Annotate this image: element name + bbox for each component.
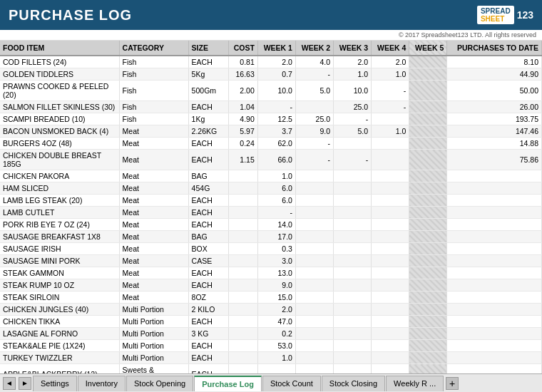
tab-settings[interactable]: Settings — [33, 376, 77, 391]
table-cell — [334, 207, 372, 219]
table-cell — [372, 364, 409, 374]
table-cell — [372, 113, 409, 125]
table-cell — [334, 195, 372, 207]
table-cell: EACH — [188, 207, 228, 219]
table-cell — [228, 352, 257, 364]
table-cell: Meat — [119, 207, 188, 219]
table-cell — [372, 182, 409, 195]
table-cell — [334, 267, 372, 279]
table-row: CHICKEN TIKKAMulti PortionEACH47.0 — [0, 316, 542, 328]
table-cell: Multi Portion — [119, 304, 188, 316]
table-cell: 3 KG — [188, 328, 228, 340]
table-cell: 0.2 — [257, 328, 295, 340]
table-cell: 3.0 — [257, 255, 295, 267]
tab-nav-prev[interactable]: ◄ — [3, 377, 16, 390]
table-cell: Multi Portion — [119, 316, 188, 328]
table-cell: 2 KILO — [188, 304, 228, 316]
tab-inventory[interactable]: Inventory — [78, 376, 126, 391]
table-cell: Meat — [119, 231, 188, 243]
table-cell: 1.0 — [257, 352, 295, 364]
table-cell — [372, 231, 409, 243]
table-cell — [334, 170, 372, 182]
tab-weekly-r[interactable]: Weekly R ... — [386, 376, 444, 391]
table-cell — [372, 150, 409, 170]
table-cell: EACH — [188, 352, 228, 364]
logo-box: SPREAD SHEET — [477, 6, 514, 24]
table-cell: SALMON FILLET SKINLESS (30) — [0, 101, 119, 113]
table-cell: BAG — [188, 231, 228, 243]
table-cell: - — [295, 138, 333, 150]
table-cell — [409, 328, 447, 340]
table-container[interactable]: FOOD ITEM CATEGORY SIZE COST WEEK 1 WEEK… — [0, 41, 542, 373]
table-cell — [334, 352, 372, 364]
table-cell: Meat — [119, 255, 188, 267]
table-cell: STEAK RUMP 10 OZ — [0, 279, 119, 292]
table-cell: BOX — [188, 243, 228, 255]
table-cell: EACH — [188, 316, 228, 328]
table-cell: - — [334, 113, 372, 125]
table-cell — [447, 316, 542, 328]
table-cell: CHICKEN DOUBLE BREAST 185G — [0, 150, 119, 170]
table-cell: Fish — [119, 113, 188, 125]
table-cell — [447, 255, 542, 267]
table-cell: Fish — [119, 56, 188, 68]
table-row: PRAWNS COOKED & PEELED (20)Fish500Gm2.00… — [0, 81, 542, 101]
table-cell: - — [372, 81, 409, 101]
table-cell — [334, 340, 372, 352]
logo: SPREAD SHEET 123 — [477, 6, 533, 24]
table-cell — [447, 352, 542, 364]
table-cell — [409, 340, 447, 352]
table-cell — [409, 195, 447, 207]
table-cell — [228, 316, 257, 328]
table-cell: 2.0 — [257, 56, 295, 68]
table-cell: - — [295, 68, 333, 81]
table-cell — [409, 267, 447, 279]
table-cell — [447, 340, 542, 352]
table-cell — [409, 219, 447, 231]
copyright-bar: © 2017 Spreadsheet123 LTD. All rights re… — [0, 30, 542, 41]
table-cell: 1.0 — [257, 170, 295, 182]
table-cell — [409, 316, 447, 328]
table-cell: 12.5 — [257, 113, 295, 125]
table-cell — [228, 255, 257, 267]
tab-stock-closing[interactable]: Stock Closing — [322, 376, 385, 391]
table-cell — [372, 352, 409, 364]
table-cell: 62.0 — [257, 138, 295, 150]
table-cell: Meat — [119, 219, 188, 231]
table-cell — [295, 267, 333, 279]
table-cell: EACH — [188, 101, 228, 113]
col-week1: WEEK 1 — [257, 41, 295, 56]
table-cell: SAUSAGE IRISH — [0, 243, 119, 255]
table-cell: 5Kg — [188, 68, 228, 81]
tab-purchase-log[interactable]: Purchase Log — [194, 376, 262, 391]
table-cell: 44.90 — [447, 68, 542, 81]
table-cell — [447, 243, 542, 255]
table-cell — [447, 182, 542, 195]
table-cell — [334, 279, 372, 292]
table-cell — [228, 364, 257, 374]
table-cell — [334, 316, 372, 328]
table-cell: 10.0 — [257, 81, 295, 101]
table-row: LAMB LEG STEAK (20)MeatEACH6.0 — [0, 195, 542, 207]
table-cell — [447, 328, 542, 340]
table-cell: 6.0 — [257, 195, 295, 207]
table-row: CHICKEN DOUBLE BREAST 185GMeatEACH1.1566… — [0, 150, 542, 170]
tab-add-button[interactable]: + — [446, 377, 459, 390]
table-row: SAUSAGE BREAKFAST 1X8MeatBAG17.0 — [0, 231, 542, 243]
table-cell: EACH — [188, 267, 228, 279]
table-cell — [295, 364, 333, 374]
tab-stock-opening[interactable]: Stock Opening — [126, 376, 193, 391]
table-row: PORK RIB EYE 7 OZ (24)MeatEACH14.0 — [0, 219, 542, 231]
table-cell: 147.46 — [447, 125, 542, 138]
table-cell — [295, 243, 333, 255]
table-cell — [409, 56, 447, 68]
table-cell: 26.00 — [447, 101, 542, 113]
table-cell: Meat — [119, 243, 188, 255]
table-cell: 5.0 — [295, 81, 333, 101]
tab-stock-count[interactable]: Stock Count — [262, 376, 321, 391]
table-cell — [228, 279, 257, 292]
tab-nav-next[interactable]: ► — [19, 377, 31, 390]
table-cell: 4.0 — [295, 56, 333, 68]
table-cell: EACH — [188, 195, 228, 207]
table-cell — [447, 219, 542, 231]
